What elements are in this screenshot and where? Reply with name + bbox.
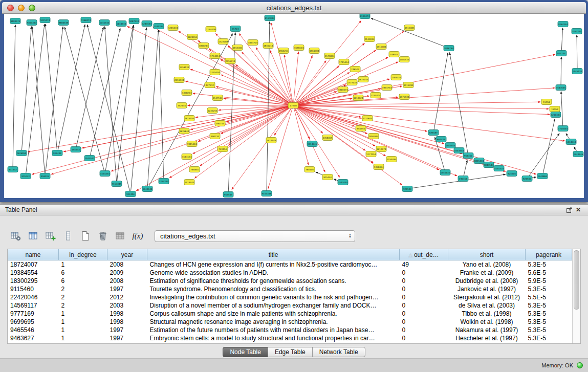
graph-node[interactable]: 990734 (210, 134, 220, 139)
graph-node[interactable]: 1854934 (368, 134, 379, 139)
graph-node[interactable]: 927734 (556, 51, 567, 56)
graph-node[interactable]: 190454 (458, 176, 468, 182)
graph-node[interactable]: 8163034 (265, 15, 275, 21)
network-canvas[interactable]: 1724012814341824054115440818602141722088… (4, 14, 584, 198)
graph-edge[interactable] (21, 27, 31, 153)
graph-node[interactable]: 913543 (223, 192, 233, 198)
graph-edge[interactable] (26, 24, 45, 176)
graph-node[interactable]: 1454324 (494, 166, 504, 171)
graph-node[interactable]: 765404 (304, 167, 315, 172)
graph-edge[interactable] (111, 105, 293, 171)
graph-node[interactable]: 9154346 (262, 191, 272, 196)
graph-edge[interactable] (293, 88, 555, 105)
graph-node[interactable]: 8130474 (360, 14, 370, 19)
graph-edge[interactable] (293, 105, 550, 115)
graph-node[interactable]: 1235254 (207, 108, 217, 114)
graph-edge[interactable] (293, 105, 355, 126)
graph-edge[interactable] (13, 25, 15, 169)
graph-edge[interactable] (87, 25, 130, 194)
graph-edge[interactable] (577, 35, 577, 71)
graph-node[interactable]: 1615454 (184, 116, 194, 121)
graph-node[interactable]: 924502 (522, 176, 532, 182)
graph-node[interactable]: 1715454 (339, 59, 349, 65)
graph-node[interactable]: 1961254 (278, 48, 289, 54)
graph-node[interactable]: 954754 (356, 126, 366, 132)
graph-node[interactable]: 1815404 (232, 45, 243, 51)
graph-node[interactable]: 1722088 (218, 39, 228, 45)
table-row[interactable]: 946554611997Estimation of the future num… (8, 326, 572, 334)
graph-node[interactable]: 1543546 (573, 151, 583, 157)
graph-node[interactable]: 1543545 (556, 85, 566, 91)
graph-node[interactable]: 1210434 (551, 112, 561, 118)
graph-edge[interactable] (285, 55, 294, 106)
graph-node[interactable]: 1610474 (376, 146, 386, 152)
table-row[interactable]: 946362711997Embryonic stem cells: a mode… (8, 334, 572, 342)
graph-edge[interactable] (293, 105, 386, 156)
network-table-dropdown[interactable]: citations_edges.txt ▲▼ (155, 230, 355, 242)
graph-node[interactable]: 17240 (288, 103, 298, 108)
graph-edge[interactable] (293, 105, 361, 117)
graph-node[interactable]: 748503 (389, 52, 399, 57)
graph-node[interactable]: 9806549 (58, 20, 69, 26)
graph-node[interactable]: 1515485 (404, 25, 415, 31)
graph-node[interactable]: 15953 (550, 106, 560, 112)
graph-node[interactable]: 1696504 (294, 45, 304, 51)
graph-edge[interactable] (57, 25, 85, 153)
graph-edge[interactable] (32, 27, 45, 176)
graph-edge[interactable] (242, 52, 293, 105)
table-row[interactable]: 1872400712008Changes of HCN gene express… (8, 260, 572, 269)
graph-node[interactable]: 1544154 (182, 154, 192, 160)
graph-edge[interactable] (159, 30, 164, 181)
table-row[interactable]: 2242004622012Investigating the contribut… (8, 293, 572, 301)
table-row[interactable]: 1938455462009Genome-wide association stu… (8, 269, 572, 277)
graph-node[interactable]: 1352544 (445, 143, 455, 148)
graph-node[interactable]: 1144544 (116, 21, 126, 27)
function-builder-icon[interactable]: f(x) (130, 229, 145, 243)
node-table-scroll[interactable]: namein_degreeyeartitle△ out_de…shortpage… (8, 249, 572, 343)
graph-edge[interactable] (293, 54, 555, 105)
graph-node[interactable]: 2051734 (174, 77, 184, 83)
hide-columns-icon[interactable] (60, 229, 76, 243)
graph-edge[interactable] (216, 86, 293, 105)
graph-node[interactable]: 1281434 (168, 25, 178, 31)
graph-node[interactable]: 915043 (20, 173, 31, 179)
graph-node[interactable]: 911542 (8, 167, 18, 172)
graph-node[interactable]: 1954754 (382, 85, 392, 91)
graph-edge[interactable] (407, 174, 506, 189)
graph-node[interactable]: 1543444 (338, 180, 348, 185)
graph-edge[interactable] (136, 105, 293, 191)
graph-node[interactable]: 1241544 (142, 21, 152, 27)
delete-table-icon[interactable] (95, 229, 111, 243)
graph-node[interactable]: 1543544 (454, 148, 464, 154)
graph-node[interactable]: 1848794 (444, 46, 454, 51)
graph-node[interactable]: 1677144 (358, 77, 368, 82)
graph-node[interactable]: 748504 (350, 67, 360, 72)
graph-edge[interactable] (293, 105, 483, 163)
tab-network-table[interactable]: Network Table (312, 347, 365, 357)
graph-node[interactable]: 1575934 (399, 94, 409, 100)
graph-node[interactable]: 765844 (189, 167, 200, 172)
graph-node[interactable]: 1543548 (142, 186, 153, 192)
graph-node[interactable]: 1535334 (154, 24, 164, 29)
graph-node[interactable]: 1553344 (572, 29, 582, 34)
graph-node[interactable]: 9364354 (558, 21, 568, 27)
graph-edge[interactable] (179, 31, 293, 105)
graph-node[interactable]: 1454354 (100, 171, 110, 177)
graph-edge[interactable] (293, 105, 309, 165)
graph-node[interactable]: 924503 (402, 186, 412, 192)
graph-node[interactable]: 1610424 (353, 95, 363, 101)
graph-node[interactable]: 1444544 (566, 139, 576, 145)
scrollbar-thumb[interactable] (574, 250, 579, 310)
graph-node[interactable]: 1914549 (266, 138, 276, 143)
graph-edge[interactable] (450, 53, 469, 156)
table-row[interactable]: 911546021997Tourette syndrome. Phenomeno… (8, 285, 572, 293)
graph-node[interactable]: 1035174 (40, 17, 50, 23)
table-row[interactable]: 1830029562008Estimation of significance … (8, 277, 572, 285)
create-column-icon[interactable] (43, 229, 58, 243)
graph-node[interactable]: 959015 (40, 173, 50, 179)
graph-node[interactable]: 9361337 (27, 20, 37, 26)
graph-node[interactable]: 1087334 (129, 18, 139, 24)
graph-node[interactable]: 915434 (52, 150, 62, 156)
graph-node[interactable]: 1154404 (371, 93, 381, 98)
graph-edge[interactable] (293, 56, 312, 106)
